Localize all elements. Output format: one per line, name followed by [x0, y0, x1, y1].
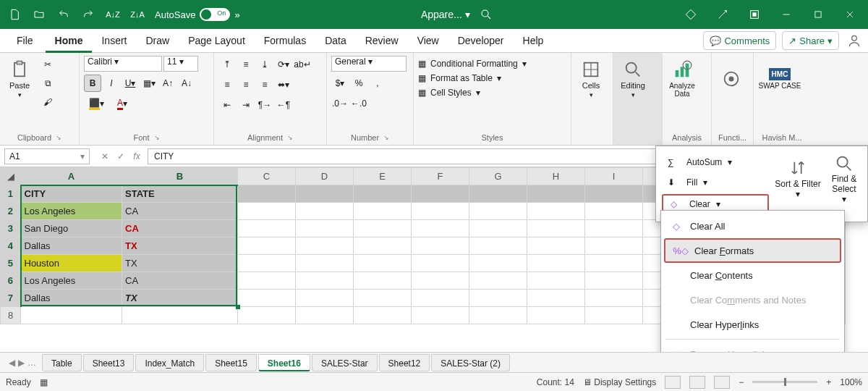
decrease-indent-icon[interactable]: ⇤	[218, 96, 236, 114]
sort-filter-button[interactable]: Sort & Filter▾	[775, 151, 821, 207]
open-file-icon[interactable]	[29, 4, 49, 25]
number-format-combo[interactable]: General ▾	[331, 56, 407, 72]
display-settings-button[interactable]: 🖥 Display Settings	[583, 377, 656, 387]
sort-desc-icon[interactable]: Z↓A	[127, 4, 148, 25]
minimize-button[interactable]	[773, 4, 800, 25]
zoom-slider[interactable]	[752, 381, 817, 383]
clear-formats-item[interactable]: %◇Clear Formats	[664, 238, 841, 263]
tab-help[interactable]: Help	[514, 29, 553, 53]
maximize-button[interactable]	[804, 4, 832, 25]
clear-hyperlinks-item[interactable]: Clear Hyperlinks	[661, 312, 844, 337]
dialog-launcher-icon[interactable]: ↘	[154, 134, 160, 141]
sheet-tab[interactable]: Sheet13	[83, 354, 135, 371]
column-header[interactable]: C	[238, 168, 296, 185]
functions-button[interactable]	[716, 56, 746, 102]
zoom-level[interactable]: 100%	[840, 377, 862, 387]
tab-data[interactable]: Data	[315, 29, 356, 53]
align-left-icon[interactable]: ≡	[218, 76, 236, 93]
tab-formulas[interactable]: Formulas	[255, 29, 315, 53]
fill-color-icon[interactable]: ⬛▾	[84, 95, 109, 112]
fill-button[interactable]: ⬇Fill ▾	[660, 172, 770, 193]
format-as-table-button[interactable]: ▦Format as Table ▾	[418, 73, 501, 83]
decrease-decimal-icon[interactable]: ←.0	[350, 95, 367, 112]
align-middle-icon[interactable]: ≡	[237, 56, 255, 73]
conditional-formatting-button[interactable]: ▦Conditional Formatting ▾	[418, 59, 527, 69]
format-painter-icon[interactable]: 🖌	[39, 93, 56, 111]
macro-record-icon[interactable]: ▦	[40, 377, 48, 387]
orientation-icon[interactable]: ⟳▾	[275, 56, 292, 73]
cell[interactable]: TX	[122, 255, 238, 272]
bold-button[interactable]: B	[84, 75, 101, 92]
currency-icon[interactable]: $▾	[331, 75, 349, 92]
cell[interactable]: Los Angeles	[21, 272, 122, 290]
cell[interactable]: CA	[122, 272, 238, 290]
font-color-icon[interactable]: A▾	[110, 95, 135, 112]
find-select-button[interactable]: Find & Select▾	[821, 151, 867, 207]
select-all-corner[interactable]: ◢	[1, 168, 21, 185]
copy-icon[interactable]: ⧉	[39, 75, 56, 92]
row-header[interactable]: 8	[1, 307, 21, 324]
comma-icon[interactable]: ,	[369, 75, 386, 92]
share-button[interactable]: ↗Share▾	[782, 31, 839, 50]
comments-button[interactable]: 💬Comments	[703, 31, 776, 50]
diamond-icon[interactable]	[677, 4, 705, 25]
sheet-tab[interactable]: Sheet12	[379, 354, 430, 371]
row-header[interactable]: 3	[1, 220, 21, 237]
dialog-launcher-icon[interactable]: ↘	[56, 134, 61, 141]
search-icon[interactable]	[476, 4, 496, 25]
cell[interactable]: TX	[122, 290, 238, 307]
sheet-nav[interactable]: ◀▶…	[4, 358, 41, 368]
cell-styles-button[interactable]: ▦Cell Styles ▾	[418, 88, 480, 98]
fill-handle[interactable]	[236, 305, 240, 309]
user-account-icon[interactable]	[845, 31, 864, 50]
zoom-in-button[interactable]: +	[826, 377, 831, 387]
tab-view[interactable]: View	[408, 29, 448, 53]
autosave-toggle[interactable]: AutoSave On »	[155, 8, 240, 21]
sheet-tab[interactable]: Sheet15	[205, 354, 257, 371]
decrease-font-icon[interactable]: A↓	[178, 75, 195, 92]
column-header[interactable]: G	[469, 168, 527, 185]
page-layout-view-icon[interactable]	[689, 376, 705, 389]
tab-review[interactable]: Review	[356, 29, 408, 53]
column-header[interactable]: D	[296, 168, 354, 185]
column-header[interactable]: I	[585, 168, 643, 185]
increase-indent-icon[interactable]: ⇥	[237, 96, 255, 114]
cell[interactable]: San Diego	[21, 220, 122, 237]
cells-button[interactable]: Cells▾	[576, 56, 606, 102]
ribbon-mode-icon[interactable]	[741, 4, 768, 25]
clear-contents-item[interactable]: Clear Contents	[661, 263, 844, 287]
font-family-combo[interactable]: Calibri ▾	[84, 56, 162, 72]
sheet-tab[interactable]: Table	[42, 354, 82, 371]
align-center-icon[interactable]: ≡	[237, 76, 255, 93]
toggle-switch-icon[interactable]: On	[200, 8, 230, 21]
underline-button[interactable]: U▾	[122, 75, 139, 92]
cell[interactable]: Houston	[21, 255, 122, 272]
cell[interactable]: CITY	[21, 185, 122, 203]
enter-formula-icon[interactable]: ✓	[114, 151, 127, 161]
sheet-tab[interactable]: SALES-Star	[312, 354, 378, 371]
row-header[interactable]: 1	[1, 185, 21, 203]
cell[interactable]: Dallas	[21, 290, 122, 307]
fx-icon[interactable]: fx	[130, 151, 143, 161]
ltr-icon[interactable]: ←¶	[275, 96, 292, 114]
file-tab[interactable]: File	[7, 29, 43, 53]
cell[interactable]: CA	[122, 203, 238, 220]
document-title[interactable]: Appare...▾	[421, 9, 470, 20]
cut-icon[interactable]: ✂	[39, 56, 56, 73]
name-box[interactable]: A1▾	[4, 148, 90, 164]
analyze-data-button[interactable]: Analyze Data	[667, 56, 697, 102]
dialog-launcher-icon[interactable]: ↘	[383, 134, 389, 141]
redo-icon[interactable]	[78, 4, 98, 25]
autosum-button[interactable]: ∑AutoSum ▾	[660, 152, 770, 172]
tab-home[interactable]: Home	[46, 29, 93, 53]
cell[interactable]: STATE	[122, 185, 238, 203]
border-icon[interactable]: ▦▾	[140, 75, 158, 92]
close-button[interactable]	[836, 4, 864, 25]
wand-icon[interactable]	[709, 4, 736, 25]
percent-icon[interactable]: %	[350, 75, 367, 92]
row-header[interactable]: 6	[1, 272, 21, 290]
increase-font-icon[interactable]: A↑	[159, 75, 176, 92]
overflow-icon[interactable]: »	[234, 9, 239, 20]
page-break-view-icon[interactable]	[714, 376, 730, 389]
column-header[interactable]: F	[412, 168, 469, 185]
